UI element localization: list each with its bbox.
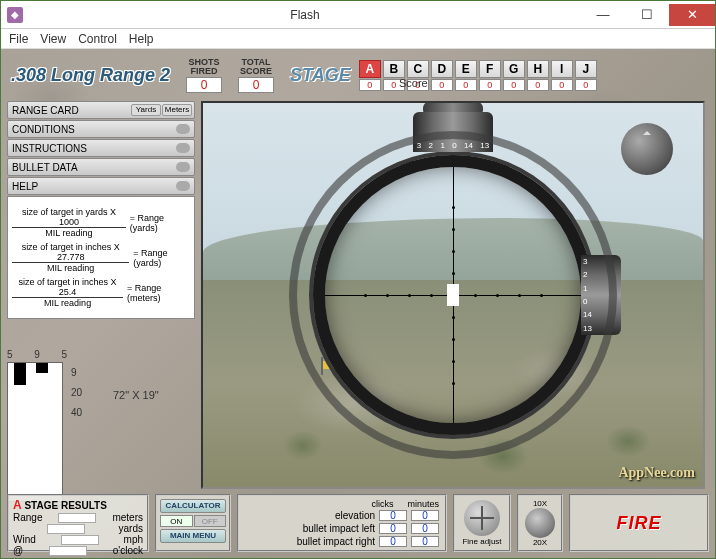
window-title: Flash: [29, 8, 581, 22]
silhouette-scale-labels: 9 20 40: [71, 367, 82, 427]
fire-button[interactable]: FIRE: [616, 513, 661, 534]
instructions-button[interactable]: INSTRUCTIONS: [7, 139, 195, 157]
scope-reticle: 32101413 32101413: [313, 155, 593, 435]
target-dimensions: 72" X 19": [113, 389, 159, 401]
stage-score-j: 0: [575, 79, 597, 91]
collapse-icon: [176, 124, 190, 134]
zoom-dial[interactable]: [525, 508, 555, 538]
conditions-button[interactable]: CONDITIONS: [7, 120, 195, 138]
zoom-box: 10X 20X: [517, 494, 563, 552]
stage-button-a[interactable]: A: [359, 60, 381, 78]
side-panel: RANGE CARD Yards Meters CONDITIONS INSTR…: [7, 101, 195, 319]
range-card-button[interactable]: RANGE CARD Yards Meters: [7, 101, 195, 119]
stage-selector: A0B0C0D0E0F0G0H0I0J0: [359, 60, 597, 91]
stage-button-b[interactable]: B: [383, 60, 405, 78]
silhouette-box: [7, 362, 63, 502]
unit-yards-button[interactable]: Yards: [131, 104, 161, 116]
stage-label: STAGE: [290, 65, 351, 86]
fine-adjust-dpad[interactable]: [464, 500, 500, 536]
fire-box: FIRE: [569, 494, 709, 552]
game-area: .308 Long Range 2 SHOTS FIRED 0 TOTAL SC…: [1, 49, 715, 558]
stage-button-f[interactable]: F: [479, 60, 501, 78]
stage-button-c[interactable]: C: [407, 60, 429, 78]
collapse-icon: [176, 143, 190, 153]
stage-button-i[interactable]: I: [551, 60, 573, 78]
collapse-icon: [176, 181, 190, 191]
stage-score-g: 0: [503, 79, 525, 91]
menu-view[interactable]: View: [40, 32, 66, 46]
bullet-data-button[interactable]: BULLET DATA: [7, 158, 195, 176]
stage-score-a: 0: [359, 79, 381, 91]
menubar: File View Control Help: [1, 29, 715, 49]
main-menu-button[interactable]: MAIN MENU: [160, 529, 226, 543]
stage-button-d[interactable]: D: [431, 60, 453, 78]
app-window: ◆ Flash — ☐ ✕ File View Control Help .30…: [0, 0, 716, 559]
target-silhouette: [447, 284, 459, 306]
bullet-up-knob[interactable]: [621, 123, 673, 175]
calculator-box: CALCULATOR ON OFF MAIN MENU: [155, 494, 231, 552]
formula-panel: size of target in yards X 1000MIL readin…: [7, 196, 195, 319]
total-score-box: TOTAL SCORE 0: [238, 58, 274, 93]
minimize-button[interactable]: —: [581, 4, 625, 26]
fine-adjust-box: Fine adjust: [453, 494, 511, 552]
target-silhouette-panel: 5 9 5: [7, 349, 67, 502]
close-button[interactable]: ✕: [669, 4, 715, 26]
shots-fired-box: SHOTS FIRED 0: [186, 58, 222, 93]
stage-button-h[interactable]: H: [527, 60, 549, 78]
stage-score-h: 0: [527, 79, 549, 91]
maximize-button[interactable]: ☐: [625, 4, 669, 26]
stage-score-i: 0: [551, 79, 573, 91]
stage-button-e[interactable]: E: [455, 60, 477, 78]
score-label: Score: [399, 77, 428, 89]
elevation-turret[interactable]: 32101413: [413, 112, 493, 167]
app-icon: ◆: [7, 7, 23, 23]
help-button[interactable]: HELP: [7, 177, 195, 195]
menu-help[interactable]: Help: [129, 32, 154, 46]
game-title: .308 Long Range 2: [11, 65, 170, 86]
titlebar[interactable]: ◆ Flash — ☐ ✕: [1, 1, 715, 29]
stage-results-box: A STAGE RESULTS RangemetersyardsWindmph@…: [7, 494, 149, 552]
stage-score-d: 0: [431, 79, 453, 91]
stage-score-e: 0: [455, 79, 477, 91]
stage-button-j[interactable]: J: [575, 60, 597, 78]
impact-box: clicks minutes elevation00bullet impact …: [237, 494, 447, 552]
menu-control[interactable]: Control: [78, 32, 117, 46]
bottom-bar: A STAGE RESULTS RangemetersyardsWindmph@…: [7, 494, 709, 552]
shots-fired-value: 0: [186, 77, 222, 93]
watermark: AppNee.com: [618, 465, 695, 481]
scope-viewport[interactable]: 32101413 32101413 AppNee.com: [201, 101, 705, 489]
stage-button-g[interactable]: G: [503, 60, 525, 78]
on-off-toggle[interactable]: ON OFF: [160, 515, 226, 527]
total-score-value: 0: [238, 77, 274, 93]
collapse-icon: [176, 162, 190, 172]
stage-score-f: 0: [479, 79, 501, 91]
header-row: .308 Long Range 2 SHOTS FIRED 0 TOTAL SC…: [11, 55, 705, 95]
calculator-button[interactable]: CALCULATOR: [160, 499, 226, 513]
unit-meters-button[interactable]: Meters: [162, 104, 192, 116]
arrow-up-icon: [643, 127, 651, 135]
menu-file[interactable]: File: [9, 32, 28, 46]
windage-turret[interactable]: 32101413: [581, 255, 636, 335]
